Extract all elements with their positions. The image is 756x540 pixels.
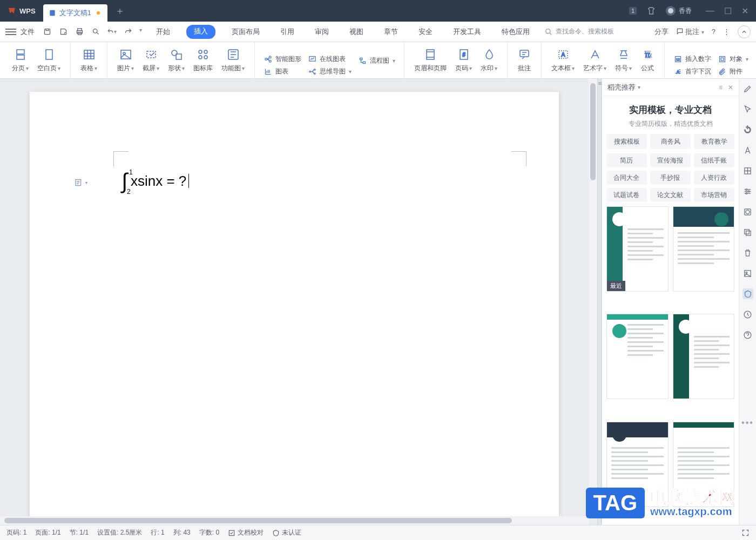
- cat-resume[interactable]: 简历: [606, 153, 647, 167]
- save-icon[interactable]: [42, 27, 52, 37]
- tool-image-icon[interactable]: [742, 268, 753, 279]
- chart-button[interactable]: 图表: [264, 67, 301, 76]
- equation-button[interactable]: π公式: [636, 42, 659, 78]
- panel-tab-education[interactable]: 教育教学: [694, 134, 734, 149]
- cat-contract[interactable]: 合同大全: [606, 171, 647, 185]
- hamburger-icon[interactable]: [5, 29, 16, 35]
- table-button[interactable]: 表格▾: [76, 42, 102, 78]
- app-logo[interactable]: WPS: [0, 0, 43, 22]
- cat-exam[interactable]: 试题试卷: [606, 188, 647, 202]
- vertical-scrollbar[interactable]: [589, 79, 597, 516]
- apparel-icon[interactable]: [645, 5, 657, 17]
- status-section[interactable]: 节: 1/1: [70, 528, 89, 537]
- template-item[interactable]: [673, 206, 735, 292]
- cat-poster[interactable]: 宣传海报: [650, 153, 691, 167]
- cat-letter[interactable]: 信纸手账: [694, 153, 734, 167]
- panel-menu-icon[interactable]: ≡: [719, 84, 723, 91]
- tool-settings-icon[interactable]: [742, 186, 753, 197]
- panel-close-icon[interactable]: ✕: [728, 84, 733, 91]
- comment-insert-button[interactable]: 批注: [513, 42, 536, 78]
- picture-button[interactable]: 图片▾: [113, 42, 138, 78]
- qat-more-icon[interactable]: ▾: [139, 27, 142, 37]
- comment-button[interactable]: 批注 ▾: [676, 27, 704, 37]
- scroll-thumb[interactable]: [4, 518, 512, 523]
- tool-history-icon[interactable]: [742, 309, 753, 320]
- status-col[interactable]: 列: 43: [173, 528, 191, 537]
- feature-chart-button[interactable]: 功能图▾: [217, 42, 249, 78]
- watermark-button[interactable]: 水印▾: [476, 42, 502, 78]
- cat-paper[interactable]: 论文文献: [650, 188, 691, 202]
- tab-section[interactable]: 章节: [380, 25, 402, 39]
- tool-more-icon[interactable]: •••: [741, 418, 754, 428]
- page-number-button[interactable]: #页码▾: [451, 42, 476, 78]
- dropcap-button[interactable]: A首字下沉: [673, 67, 711, 76]
- panel-tab-business[interactable]: 商务风: [650, 134, 691, 149]
- symbol-button[interactable]: 符号▾: [611, 42, 636, 78]
- tool-pencil-icon[interactable]: [742, 83, 753, 94]
- smart-art-button[interactable]: 智能图形: [264, 55, 301, 64]
- tool-trash-icon[interactable]: [742, 247, 753, 258]
- textbox-button[interactable]: A文本框▾: [547, 42, 579, 78]
- equation[interactable]: ∫12 xsinx = ?: [122, 170, 189, 192]
- mindmap-button[interactable]: 思维导图▾: [308, 67, 352, 76]
- minimize-button[interactable]: ―: [706, 6, 714, 16]
- tab-start[interactable]: 开始: [152, 25, 174, 39]
- tab-references[interactable]: 引用: [276, 25, 299, 39]
- new-tab-button[interactable]: ＋: [111, 2, 129, 20]
- document-tab[interactable]: 文字文稿1: [43, 4, 107, 22]
- window-count-badge[interactable]: 1: [629, 7, 637, 15]
- status-page-no[interactable]: 页码: 1: [6, 528, 26, 537]
- more-button[interactable]: ⋮: [723, 28, 730, 36]
- print-preview-icon[interactable]: [91, 27, 100, 37]
- status-page[interactable]: 页面: 1/1: [35, 528, 60, 537]
- cat-marketing[interactable]: 市场营销: [694, 188, 734, 202]
- tool-layers-icon[interactable]: [742, 227, 753, 238]
- header-footer-button[interactable]: 页眉和页脚: [410, 42, 451, 78]
- command-search[interactable]: 查找命令、搜索模板: [545, 27, 614, 36]
- cat-hr[interactable]: 人资行政: [694, 171, 734, 185]
- horizontal-scrollbar[interactable]: [0, 516, 589, 525]
- template-grid[interactable]: 最近: [602, 206, 739, 525]
- template-item[interactable]: [606, 314, 669, 399]
- print-icon[interactable]: [75, 27, 84, 37]
- insert-number-button[interactable]: 12插入数字: [673, 55, 711, 64]
- tab-special[interactable]: 特色应用: [497, 25, 534, 39]
- flowchart-button[interactable]: 流程图▾: [358, 56, 395, 65]
- collapse-ribbon-button[interactable]: [738, 25, 751, 38]
- undo-icon[interactable]: ▾: [107, 27, 117, 37]
- help-button[interactable]: ?: [712, 28, 716, 36]
- object-button[interactable]: 对象▾: [718, 55, 748, 64]
- page[interactable]: ▾ ∫12 xsinx = ?: [30, 92, 559, 516]
- tool-template-icon[interactable]: [742, 288, 753, 299]
- tool-help-icon[interactable]: [742, 329, 753, 340]
- icon-library-button[interactable]: 图标库: [189, 42, 217, 78]
- template-item[interactable]: [673, 314, 735, 399]
- template-item[interactable]: 最近: [606, 206, 669, 292]
- fullscreen-icon[interactable]: [741, 529, 750, 537]
- tool-rotate-icon[interactable]: [742, 124, 753, 135]
- status-auth[interactable]: 未认证: [272, 528, 301, 537]
- wordart-button[interactable]: 艺术字▾: [579, 42, 611, 78]
- tab-insert[interactable]: 插入: [186, 25, 215, 39]
- shapes-button[interactable]: 形状▾: [164, 42, 189, 78]
- tab-review[interactable]: 审阅: [310, 25, 333, 39]
- file-menu[interactable]: 文件: [21, 27, 35, 37]
- redo-icon[interactable]: [123, 27, 133, 37]
- share-button[interactable]: 分享: [654, 27, 669, 37]
- tool-shape-icon[interactable]: [742, 206, 753, 217]
- tool-cursor-icon[interactable]: [742, 104, 753, 114]
- page-break-button[interactable]: 分页▾: [8, 42, 33, 78]
- status-proof[interactable]: 文档校对: [228, 528, 264, 537]
- close-button[interactable]: ✕: [741, 6, 748, 16]
- screenshot-button[interactable]: 截屏▾: [138, 42, 164, 78]
- scroll-thumb[interactable]: [590, 83, 596, 180]
- pane-divider[interactable]: [597, 79, 602, 525]
- tab-security[interactable]: 安全: [414, 25, 437, 39]
- online-chart-button[interactable]: 在线图表: [308, 55, 352, 64]
- tab-devtools[interactable]: 开发工具: [449, 25, 485, 39]
- paragraph-handle-icon[interactable]: ▾: [74, 177, 88, 188]
- status-setting[interactable]: 设置值: 2.5厘米: [97, 528, 142, 537]
- panel-tab-search[interactable]: 搜索模板: [606, 134, 647, 149]
- tab-page-layout[interactable]: 页面布局: [227, 25, 264, 39]
- cat-hand[interactable]: 手抄报: [650, 171, 691, 185]
